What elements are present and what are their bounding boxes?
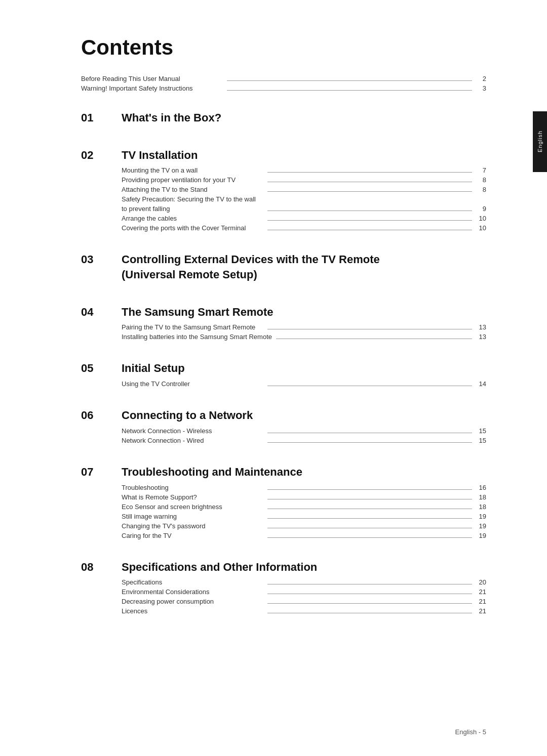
toc-dots [267, 594, 472, 594]
sub-entries: Troubleshooting16What is Remote Support?… [122, 484, 486, 539]
toc-entry: Using the TV Controller14 [122, 380, 486, 388]
toc-dots [267, 537, 472, 538]
toc-dots [267, 191, 472, 192]
toc-dots [276, 339, 472, 339]
toc-dots [267, 613, 472, 613]
section-number: 01 [81, 110, 122, 124]
toc-entry-label: Before Reading This User Manual [81, 75, 223, 82]
toc-entry-label: Covering the ports with the Cover Termin… [122, 224, 263, 232]
section-number: 05 [81, 361, 122, 375]
toc-page: 8 [476, 186, 486, 193]
toc-dots [267, 509, 472, 509]
toc-dots [267, 230, 472, 230]
section-content: Controlling External Devices with the TV… [122, 252, 486, 286]
toc-entry: Attaching the TV to the Stand8 [122, 186, 486, 193]
toc-entry-label: Attaching the TV to the Stand [122, 186, 263, 193]
toc-entry: Network Connection - Wired15 [122, 437, 486, 444]
toc-entry-label: Providing proper ventilation for your TV [122, 176, 263, 184]
toc-dots [267, 182, 472, 182]
toc-page: 2 [476, 75, 486, 82]
toc-page: 15 [476, 427, 486, 435]
section-content: The Samsung Smart RemotePairing the TV t… [122, 305, 486, 343]
toc-entry: Eco Sensor and screen brightness18 [122, 503, 486, 511]
toc-page: 19 [476, 513, 486, 520]
toc-dots [227, 90, 472, 91]
toc-page: 15 [476, 437, 486, 444]
section-title: What's in the Box? [122, 110, 486, 125]
toc-entry-label: What is Remote Support? [122, 493, 263, 501]
toc-entry: Caring for the TV19 [122, 532, 486, 539]
toc-dots [267, 442, 472, 443]
section-title: The Samsung Smart Remote [122, 305, 486, 320]
section-block: 08Specifications and Other InformationSp… [81, 560, 486, 617]
toc-entry: Decreasing power consumption21 [122, 598, 486, 605]
toc-page: 19 [476, 522, 486, 530]
toc-entry: Licences21 [122, 607, 486, 615]
toc-entry: Pairing the TV to the Samsung Smart Remo… [122, 323, 486, 331]
section-block: 01What's in the Box? [81, 110, 486, 130]
toc-entry-label: Pairing the TV to the Samsung Smart Remo… [122, 323, 263, 331]
toc-entry: Covering the ports with the Cover Termin… [122, 224, 486, 232]
toc-entry: Safety Precaution: Securing the TV to th… [122, 195, 486, 203]
toc-entry-label: Specifications [122, 578, 263, 586]
toc-entry-label: Network Connection - Wireless [122, 427, 263, 435]
section-block: 06Connecting to a NetworkNetwork Connect… [81, 408, 486, 446]
toc-entry-label: Arrange the cables [122, 215, 263, 222]
toc-dots [267, 499, 472, 499]
side-tab: English [533, 111, 547, 172]
sub-entries: Network Connection - Wireless15Network C… [122, 427, 486, 444]
section-title: Connecting to a Network [122, 408, 486, 423]
toc-entry-label: Troubleshooting [122, 484, 263, 491]
toc-entry-label: Network Connection - Wired [122, 437, 263, 444]
toc-page: 14 [476, 380, 486, 388]
toc-page: 21 [476, 588, 486, 596]
toc-entry: Changing the TV's password19 [122, 522, 486, 530]
toc-page: 16 [476, 484, 486, 491]
section-block: 04The Samsung Smart RemotePairing the TV… [81, 305, 486, 343]
page-footer: English - 5 [455, 728, 486, 736]
section-number: 02 [81, 148, 122, 162]
toc-dots [267, 528, 472, 528]
section-number: 03 [81, 252, 122, 266]
toc-dots [267, 386, 472, 386]
sub-entries: Specifications20Environmental Considerat… [122, 578, 486, 615]
section-content: What's in the Box? [122, 110, 486, 130]
section-content: Initial SetupUsing the TV Controller14 [122, 361, 486, 390]
toc-page: 18 [476, 503, 486, 511]
toc-page: 7 [476, 166, 486, 174]
section-title: TV Installation [122, 148, 486, 163]
section-content: TV InstallationMounting the TV on a wall… [122, 148, 486, 234]
toc-page: 21 [476, 607, 486, 615]
toc-dots [267, 433, 472, 433]
section-content: Specifications and Other InformationSpec… [122, 560, 486, 617]
section-title: Initial Setup [122, 361, 486, 376]
toc-entry: Installing batteries into the Samsung Sm… [122, 333, 486, 341]
toc-entry-label: to prevent falling [122, 205, 263, 213]
section-block: 05Initial SetupUsing the TV Controller14 [81, 361, 486, 390]
sub-entries: Pairing the TV to the Samsung Smart Remo… [122, 323, 486, 341]
toc-entry-label: Environmental Considerations [122, 588, 263, 596]
toc-entry-label: Using the TV Controller [122, 380, 263, 388]
section-title: Controlling External Devices with the TV… [122, 252, 486, 282]
section-content: Connecting to a NetworkNetwork Connectio… [122, 408, 486, 446]
section-block: 03Controlling External Devices with the … [81, 252, 486, 286]
toc-dots [227, 80, 472, 81]
toc-entry: Providing proper ventilation for your TV… [122, 176, 486, 184]
section-title: Troubleshooting and Maintenance [122, 465, 486, 480]
toc-entry: Arrange the cables10 [122, 215, 486, 222]
toc-entry: Environmental Considerations21 [122, 588, 486, 596]
toc-page: 20 [476, 578, 486, 586]
toc-entry: Mounting the TV on a wall7 [122, 166, 486, 174]
toc-dots [267, 211, 472, 211]
toc-page: 18 [476, 493, 486, 501]
toc-entry: Still image warning19 [122, 513, 486, 520]
toc-entry-label: Still image warning [122, 513, 263, 520]
toc-page: 9 [476, 205, 486, 213]
toc-entry: Before Reading This User Manual2 [81, 75, 486, 82]
section-number: 04 [81, 305, 122, 319]
intro-section: Before Reading This User Manual2Warning!… [81, 75, 486, 92]
toc-dots [267, 220, 472, 221]
side-tab-label: English [537, 131, 543, 152]
sub-entries: Mounting the TV on a wall7Providing prop… [122, 166, 486, 232]
toc-page: 8 [476, 176, 486, 184]
